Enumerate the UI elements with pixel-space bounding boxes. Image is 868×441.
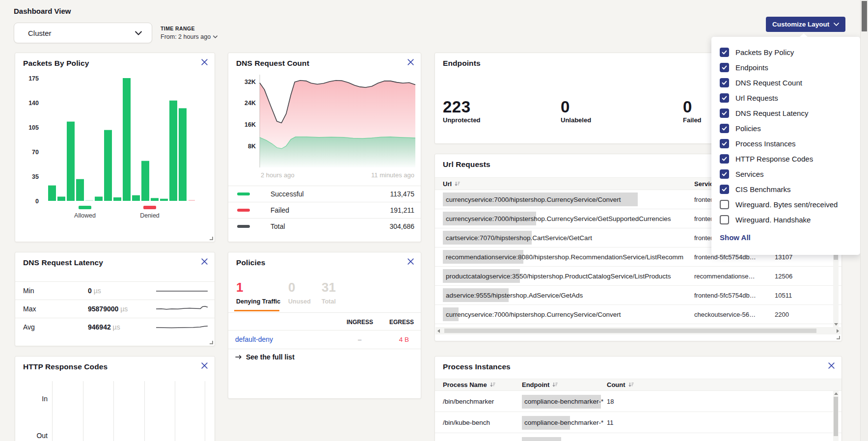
customize-layout-label: Customize Layout	[772, 21, 829, 28]
menu-item-packets-by-policy[interactable]: Packets By Policy	[720, 45, 860, 60]
column-header-egress: EGRESS	[384, 319, 414, 326]
card-title: Policies	[236, 258, 265, 267]
close-icon[interactable]	[200, 58, 209, 67]
policy-ingress-value: –	[347, 336, 373, 343]
page-scrollbar[interactable]	[860, 0, 868, 441]
close-icon[interactable]	[407, 258, 415, 266]
url-cell: currencyservice:7000/hipstershop.Currenc…	[446, 311, 621, 318]
checkbox-checked-icon[interactable]	[720, 139, 729, 148]
legend-label: Successful	[271, 190, 304, 198]
count-cell: 12506	[775, 273, 792, 280]
checkbox-checked-icon[interactable]	[720, 124, 729, 133]
checkbox-checked-icon[interactable]	[720, 185, 729, 194]
latency-unit: µs	[118, 305, 128, 313]
scroll-up-icon[interactable]	[834, 392, 838, 395]
view-selector[interactable]: Cluster	[14, 23, 152, 43]
menu-item-http-response-codes[interactable]: HTTP Response Codes	[720, 151, 860, 166]
menu-item-policies[interactable]: Policies	[720, 121, 860, 136]
menu-item-services[interactable]: Services	[720, 166, 860, 182]
column-header-process-name[interactable]: Process Name	[443, 381, 496, 388]
svg-text:140: 140	[28, 100, 39, 107]
menu-item-dns-request-count[interactable]: DNS Request Count	[720, 75, 860, 90]
menu-item-cis-benchmarks[interactable]: CIS Benchmarks	[720, 182, 860, 197]
checkbox-checked-icon[interactable]	[720, 169, 729, 179]
endpoint-cell: compliance-benchmarker-*	[524, 419, 603, 426]
latency-value: 946942 µs	[88, 323, 120, 331]
checkbox-checked-icon[interactable]	[720, 109, 729, 118]
policies-tab-value: 1	[236, 280, 280, 295]
resize-handle[interactable]	[210, 341, 213, 344]
svg-text:16K: 16K	[244, 121, 256, 128]
menu-item-label: Endpoints	[735, 63, 768, 72]
card-title: HTTP Response Codes	[23, 362, 108, 371]
endpoint-stat-value: 0	[683, 99, 702, 115]
svg-text:0: 0	[35, 198, 39, 205]
endpoint-stat-unlabeled: 0Unlabeled	[561, 99, 591, 124]
checkbox-checked-icon[interactable]	[720, 48, 729, 57]
close-icon[interactable]	[200, 258, 209, 266]
policies-card: Policies 1Denying Traffic0Unused31Total …	[228, 252, 421, 399]
menu-item-dns-request-latency[interactable]: DNS Request Latency	[720, 106, 860, 121]
dashboard-page: Dashboard View Cluster TIME RANGE From: …	[0, 0, 868, 441]
dns-request-count-card: DNS Request Count 8K16K24K32K 2 hours ag…	[228, 53, 421, 242]
resize-handle[interactable]	[837, 336, 840, 339]
horizontal-scrollbar[interactable]	[435, 327, 841, 334]
latency-sparkline	[156, 287, 208, 295]
latency-metric-label: Avg	[23, 323, 35, 331]
menu-item-process-instances[interactable]: Process Instances	[720, 136, 860, 151]
gridline	[144, 381, 145, 441]
column-header-url[interactable]: Url	[443, 180, 461, 188]
chart-legend: Successful113,475Failed191,211Total304,6…	[228, 186, 421, 234]
policies-tab-unused[interactable]: 0Unused	[288, 280, 311, 305]
endpoint-stat-failed: 0Failed	[683, 99, 702, 124]
customize-layout-button[interactable]: Customize Layout	[766, 17, 845, 32]
menu-items: Packets By PolicyEndpointsDNS Request Co…	[720, 45, 860, 227]
customize-layout-menu: Packets By PolicyEndpointsDNS Request Co…	[711, 37, 860, 255]
count-cell: 11	[607, 419, 614, 426]
policy-name-link[interactable]: default-deny	[235, 335, 273, 343]
scroll-down-icon[interactable]	[834, 323, 838, 326]
latency-number: 946942	[88, 323, 111, 331]
time-range-from[interactable]: From: 2 hours ago	[161, 33, 217, 40]
menu-item-endpoints[interactable]: Endpoints	[720, 60, 860, 75]
svg-text:24K: 24K	[244, 100, 256, 107]
scrollbar-thumb[interactable]	[834, 397, 838, 436]
legend-label: Denied	[133, 212, 167, 219]
x-axis-labels: 2 hours ago 11 minutes ago	[261, 171, 414, 179]
policies-tab-value: 0	[288, 280, 311, 295]
show-all-link[interactable]: Show All	[720, 233, 751, 242]
checkbox-checked-icon[interactable]	[720, 63, 729, 72]
resize-handle[interactable]	[210, 237, 213, 240]
menu-notch	[800, 33, 808, 37]
service-cell: frontend-5fc5754db…	[694, 292, 756, 299]
see-full-list-link[interactable]: See the full list	[235, 353, 295, 361]
vertical-scrollbar[interactable]	[833, 391, 839, 441]
scrollbar-thumb[interactable]	[444, 329, 816, 333]
legend-swatch	[237, 225, 250, 228]
scrollbar-thumb[interactable]	[862, 1, 867, 31]
close-icon[interactable]	[200, 362, 209, 370]
column-header-endpoint[interactable]: Endpoint	[522, 381, 558, 388]
close-icon[interactable]	[827, 362, 836, 370]
checkbox-unchecked-icon[interactable]	[720, 215, 729, 224]
checkbox-unchecked-icon[interactable]	[720, 200, 729, 209]
scroll-right-icon[interactable]	[837, 329, 839, 333]
policies-table: default-deny–4 B	[228, 331, 421, 349]
svg-text:105: 105	[28, 124, 39, 131]
menu-item-url-requests[interactable]: Url Requests	[720, 90, 860, 106]
policies-tab-total[interactable]: 31Total	[322, 280, 336, 305]
close-icon[interactable]	[407, 58, 415, 67]
policies-tab-label: Total	[322, 298, 336, 305]
scroll-left-icon[interactable]	[437, 329, 440, 333]
process-instance-row: benchmarkercompliance-benchmarker-*9	[435, 433, 841, 441]
checkbox-checked-icon[interactable]	[720, 93, 729, 103]
checkbox-checked-icon[interactable]	[720, 154, 729, 164]
endpoint-stat-value: 223	[443, 99, 481, 115]
policies-tab-denying-traffic[interactable]: 1Denying Traffic	[236, 280, 280, 305]
x-axis-end-label: 11 minutes ago	[371, 171, 414, 179]
menu-item-wireguard-bytes-sent-received[interactable]: Wireguard. Bytes sent/received	[720, 197, 860, 212]
arrow-right-icon	[235, 355, 242, 359]
checkbox-checked-icon[interactable]	[720, 78, 729, 87]
column-header-count[interactable]: Count	[607, 381, 634, 388]
menu-item-wireguard-handshake[interactable]: Wireguard. Handshake	[720, 212, 860, 227]
